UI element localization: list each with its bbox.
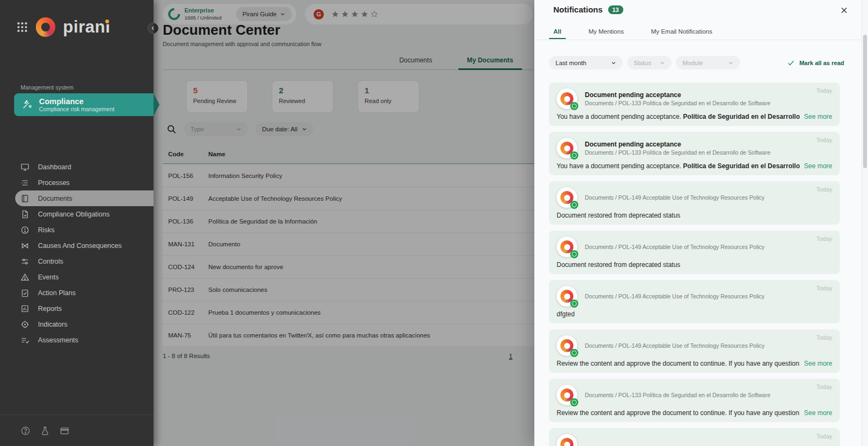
sidebar-nav-item[interactable]: Action Plans <box>0 285 154 301</box>
controls-icon <box>21 257 29 266</box>
notification-body: Document restored from deprecated status <box>557 261 680 269</box>
notification-body: Document restored from deprecated status <box>557 212 680 219</box>
sidebar-item-label: Reports <box>38 305 62 313</box>
active-module-banner[interactable]: Compliance Compliance risk management <box>14 93 154 116</box>
pirani-notification-icon <box>557 138 577 158</box>
app-root: pirani Management system Compliance Comp… <box>0 0 868 446</box>
scrollbar-thumb[interactable] <box>863 35 867 168</box>
see-more-link[interactable]: See more <box>804 113 832 120</box>
action-plans-icon <box>21 289 29 297</box>
notification-source: Documents / POL-149 Acceptable Use of Te… <box>585 244 764 251</box>
notification-card[interactable]: Document pending acceptance Documents / … <box>549 82 840 126</box>
notification-card[interactable]: Documents / POL-133 Política de Segurida… <box>549 379 840 422</box>
sidebar-item-label: Assessments <box>38 336 78 344</box>
pirani-notification-icon <box>557 286 577 307</box>
sidebar-nav-item[interactable]: Processes <box>0 175 154 190</box>
pirani-notification-icon <box>557 187 577 208</box>
notifications-tabbar: All My Mentions My Email Notifications <box>549 26 717 39</box>
notifications-filter-dropdown[interactable]: Status <box>627 56 672 69</box>
notification-card[interactable]: Documents / POL-149 Acceptable Use of Te… <box>549 231 840 274</box>
notification-time: Today <box>816 137 832 143</box>
notifications-filter-dropdown[interactable]: Module <box>676 56 740 69</box>
status-badge-icon <box>570 102 578 110</box>
notification-time: Today <box>816 285 832 291</box>
notification-card[interactable]: Documents / POL-149 Acceptable Use of Te… <box>549 280 840 323</box>
status-badge-icon <box>570 201 578 209</box>
reports-icon <box>21 304 29 313</box>
mark-all-label: Mark all as read <box>799 60 844 66</box>
sidebar-nav-item[interactable]: Causes And Consequences <box>0 238 154 253</box>
chevron-down-icon <box>611 60 616 66</box>
sidebar-item-label: Compliance Obligations <box>38 211 110 218</box>
notification-body: dfgted <box>557 310 575 318</box>
see-more-link[interactable]: See more <box>804 409 832 417</box>
sidebar-nav-item[interactable]: Reports <box>0 301 154 316</box>
notification-source: Documents / POL-133 Política de Segurida… <box>585 100 770 107</box>
notifications-tab[interactable]: All <box>549 26 566 39</box>
events-icon <box>21 273 29 282</box>
notifications-tab[interactable]: My Email Notifications <box>647 26 717 39</box>
notifications-count-badge: 13 <box>608 5 623 14</box>
notification-source: Documents / POL-149 Acceptable Use of Te… <box>585 194 764 201</box>
sidebar-item-label: Risks <box>38 226 55 234</box>
billing-card-icon[interactable] <box>60 426 69 436</box>
module-title: Compliance <box>39 97 114 106</box>
pirani-notification-icon <box>557 434 577 446</box>
filter-label: Module <box>682 60 703 66</box>
sidebar-nav-item[interactable]: Assessments <box>0 332 154 348</box>
sidebar-nav-item[interactable]: Risks <box>0 222 154 238</box>
sidebar-nav-item[interactable]: Indicators <box>0 316 154 332</box>
pirani-logo-text: pirani <box>63 17 110 37</box>
notification-body: You have a document pending acceptance. … <box>557 162 800 170</box>
help-icon[interactable] <box>21 426 30 436</box>
notifications-panel: Notifications 13 All My Mentions My Emai… <box>534 0 868 446</box>
see-more-link[interactable]: See more <box>804 162 832 170</box>
notification-time: Today <box>816 334 832 341</box>
close-icon[interactable] <box>840 6 848 15</box>
notifications-filter-dropdown[interactable]: Last month <box>549 56 623 69</box>
dashboard-icon <box>21 163 29 171</box>
notification-card[interactable]: Today <box>549 428 840 446</box>
mark-all-as-read-button[interactable]: Mark all as read <box>787 59 844 67</box>
notifications-filters: Last month Status Module Mark all as rea… <box>549 56 844 69</box>
notification-source: Documents / POL-149 Acceptable Use of Te… <box>585 293 764 300</box>
notification-source: Documents / POL-149 Acceptable Use of Te… <box>585 342 764 349</box>
sidebar-item-label: Dashboard <box>38 163 71 171</box>
sidebar-item-label: Action Plans <box>38 289 75 297</box>
sidebar-nav-item[interactable]: Documents <box>15 190 154 206</box>
pirani-notification-icon <box>557 385 577 405</box>
notifications-title: Notifications <box>553 5 603 14</box>
see-more-link[interactable]: See more <box>804 360 832 367</box>
sidebar-item-label: Events <box>38 273 59 281</box>
notification-time: Today <box>816 87 832 94</box>
module-subtitle: Compliance risk management <box>39 106 114 112</box>
notification-card[interactable]: Documents / POL-149 Acceptable Use of Te… <box>549 181 840 225</box>
sidebar-footer <box>0 415 154 446</box>
assessments-icon <box>21 336 29 345</box>
notification-card[interactable]: Documents / POL-149 Acceptable Use of Te… <box>549 329 840 373</box>
notification-title: Document pending acceptance <box>585 91 770 99</box>
sidebar-item-label: Indicators <box>38 321 67 328</box>
notification-source: Documents / POL-133 Política de Segurida… <box>585 392 770 399</box>
app-launcher-icon[interactable] <box>16 21 28 33</box>
notification-card[interactable]: Document pending acceptance Documents / … <box>549 132 840 175</box>
sidebar-nav-item[interactable]: Compliance Obligations <box>0 206 154 222</box>
sidebar-nav-item[interactable]: Dashboard <box>0 159 154 175</box>
documents-icon <box>21 194 29 203</box>
notifications-tab[interactable]: My Mentions <box>584 26 628 39</box>
filter-label: Last month <box>556 60 586 66</box>
pirani-notification-icon <box>557 88 577 109</box>
status-badge-icon <box>570 300 578 308</box>
sidebar-nav-item[interactable]: Events <box>0 269 154 285</box>
sidebar-nav-item[interactable]: Controls <box>0 253 154 269</box>
status-badge-icon <box>570 250 578 258</box>
processes-icon <box>21 179 29 187</box>
notification-body: Review the content and approve the docum… <box>557 360 800 367</box>
scrollbar-track <box>861 0 868 446</box>
labs-flask-icon[interactable] <box>40 426 50 436</box>
gavel-icon <box>22 99 33 110</box>
notification-title: Document pending acceptance <box>585 141 770 148</box>
section-label: Management system <box>21 84 73 91</box>
sidebar-item-label: Documents <box>38 195 72 202</box>
notifications-tab-rule <box>534 40 868 40</box>
